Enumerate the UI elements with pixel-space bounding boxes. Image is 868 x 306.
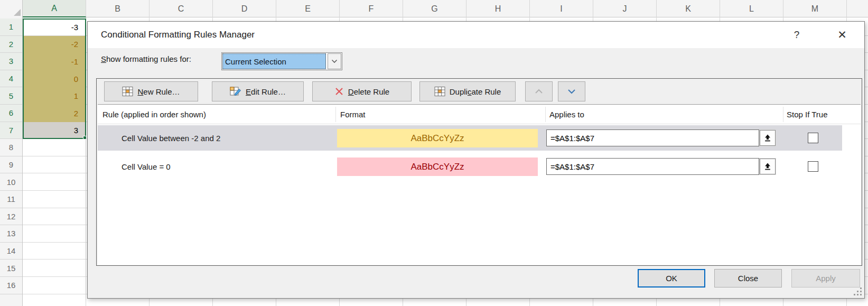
row-header-8[interactable]: 8 — [0, 139, 22, 156]
row-header-11[interactable]: 11 — [0, 191, 22, 208]
rule-description: Cell Value between -2 and 2 — [122, 125, 220, 151]
table-icon — [122, 86, 133, 97]
dialog-title: Conditional Formatting Rules Manager — [101, 22, 255, 48]
table-icon — [434, 86, 445, 97]
show-rules-for-dropdown[interactable]: Current Selection — [221, 52, 342, 70]
format-preview: AaBbCcYyZz — [337, 157, 538, 176]
show-formatting-rules-label: Show formatting rules for: — [101, 54, 191, 63]
row-header-7[interactable]: 7 — [0, 122, 22, 140]
header-stop-if-true: Stop If True — [787, 105, 828, 124]
row-header-15[interactable]: 15 — [0, 259, 22, 277]
duplicate-rule-label: Duplicate Rule — [450, 87, 501, 96]
column-header-k[interactable]: K — [657, 0, 720, 17]
collapse-dialog-button[interactable] — [760, 159, 776, 174]
chevron-down-icon — [567, 89, 576, 94]
rule-description: Cell Value = 0 — [122, 154, 171, 179]
dropdown-selected-value: Current Selection — [222, 53, 326, 69]
column-headers: ABCDEFGHIJKLM — [0, 0, 868, 17]
selection-outline — [23, 18, 86, 139]
collapse-range-icon — [763, 134, 772, 142]
column-header-d[interactable]: D — [213, 0, 276, 17]
row-header-16[interactable]: 16 — [0, 277, 22, 294]
column-header-h[interactable]: H — [466, 0, 530, 17]
header-applies: Applies to — [549, 105, 584, 124]
fill-handle[interactable] — [83, 136, 87, 140]
row-header-1[interactable]: 1 — [0, 18, 22, 36]
column-header-g[interactable]: G — [403, 0, 466, 17]
chevron-down-icon[interactable] — [328, 53, 341, 69]
ok-button[interactable]: OK — [638, 269, 705, 288]
apply-button[interactable]: Apply — [791, 269, 860, 288]
collapse-range-icon — [763, 162, 772, 171]
column-header-a[interactable]: A — [23, 0, 86, 17]
move-rule-up-button[interactable] — [525, 81, 553, 101]
rule-row-selected[interactable]: Cell Value between -2 and 2 AaBbCcYyZz =… — [98, 125, 842, 151]
format-preview: AaBbCcYyZz — [337, 129, 538, 147]
column-header-i[interactable]: I — [530, 0, 593, 17]
resize-grip[interactable] — [854, 288, 862, 296]
column-header-f[interactable]: F — [340, 0, 403, 17]
conditional-formatting-rules-manager-dialog: Conditional Formatting Rules Manager ? ✕… — [87, 21, 865, 299]
rule-row[interactable]: Cell Value = 0 AaBbCcYyZz =$A$1:$A$7 — [98, 154, 842, 179]
column-header-j[interactable]: J — [593, 0, 657, 17]
table-pencil-icon — [230, 86, 241, 97]
column-divider — [335, 107, 336, 122]
new-rule-label: New Rule… — [137, 87, 180, 96]
column-header-b[interactable]: B — [86, 0, 150, 17]
column-divider — [783, 107, 783, 122]
collapse-dialog-button[interactable] — [760, 130, 776, 146]
delete-rule-label: Delete Rule — [348, 87, 389, 96]
close-icon[interactable]: ✕ — [834, 27, 851, 43]
row-header-13[interactable]: 13 — [0, 225, 22, 243]
rules-list: Rule (applied in order shown) Format App… — [98, 104, 861, 265]
edit-rule-label: Edit Rule… — [246, 87, 286, 96]
column-divider — [545, 107, 546, 122]
header-format: Format — [340, 105, 366, 124]
stop-if-true-checkbox[interactable] — [808, 161, 818, 172]
dialog-titlebar[interactable]: Conditional Formatting Rules Manager ? ✕ — [88, 22, 864, 48]
column-header-l[interactable]: L — [720, 0, 783, 17]
move-rule-down-button[interactable] — [558, 81, 585, 101]
column-header-c[interactable]: C — [150, 0, 213, 17]
row-header-6[interactable]: 6 — [0, 105, 22, 122]
rules-list-header: Rule (applied in order shown) Format App… — [98, 105, 861, 124]
close-button[interactable]: Close — [714, 269, 782, 288]
chevron-up-icon — [535, 89, 543, 94]
red-x-icon — [334, 87, 344, 96]
row-header-3[interactable]: 3 — [0, 53, 22, 70]
delete-rule-button[interactable]: Delete Rule — [312, 81, 412, 101]
column-header-m[interactable]: M — [783, 0, 847, 17]
new-rule-button[interactable]: New Rule… — [104, 81, 198, 101]
stop-if-true-checkbox[interactable] — [808, 133, 818, 143]
rules-group-box: New Rule… Edit Rule… Delete Rule Duplica… — [96, 78, 862, 266]
row-header-9[interactable]: 9 — [0, 156, 22, 174]
select-all-corner[interactable] — [0, 0, 23, 17]
edit-rule-button[interactable]: Edit Rule… — [212, 81, 304, 101]
row-header-10[interactable]: 10 — [0, 173, 22, 191]
row-header-12[interactable]: 12 — [0, 208, 22, 226]
help-button[interactable]: ? — [788, 27, 805, 43]
corner-triangle-icon — [14, 9, 21, 16]
applies-to-input[interactable]: =$A$1:$A$7 — [546, 129, 759, 146]
header-rule: Rule (applied in order shown) — [102, 105, 206, 124]
row-header-4[interactable]: 4 — [0, 70, 22, 88]
row-header-2[interactable]: 2 — [0, 36, 22, 53]
duplicate-rule-button[interactable]: Duplicate Rule — [419, 81, 516, 101]
column-header-e[interactable]: E — [276, 0, 340, 17]
applies-to-input[interactable]: =$A$1:$A$7 — [546, 158, 759, 175]
row-header-14[interactable]: 14 — [0, 243, 22, 260]
row-headers: 12345678910111213141516 — [0, 17, 23, 306]
row-header-5[interactable]: 5 — [0, 87, 22, 105]
